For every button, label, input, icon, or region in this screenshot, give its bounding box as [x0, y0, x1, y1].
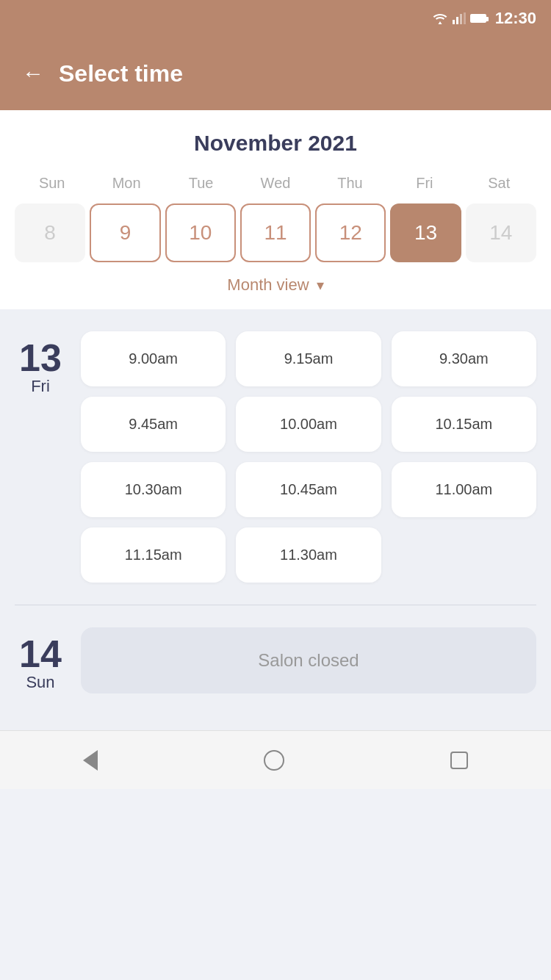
- day-13-number: 13: [19, 339, 62, 377]
- status-time: 12:30: [495, 9, 536, 28]
- weekday-sat: Sat: [462, 172, 536, 195]
- svg-rect-3: [464, 12, 466, 24]
- day-13-block: 13 Fri 9.00am 9.15am 9.30am 9.45am 10.00…: [15, 331, 536, 583]
- chevron-down-icon: ▾: [317, 276, 324, 294]
- cal-day-12[interactable]: 12: [315, 203, 386, 262]
- month-view-label: Month view: [227, 275, 309, 295]
- cal-day-9[interactable]: 9: [90, 203, 160, 262]
- time-slot-1015am[interactable]: 10.15am: [392, 397, 536, 452]
- battery-icon: [470, 14, 486, 23]
- back-triangle-icon: [83, 750, 98, 771]
- time-slot-1030am[interactable]: 10.30am: [81, 462, 226, 517]
- day-14-block: 14 Sun Salon closed: [15, 627, 536, 693]
- time-slot-915am[interactable]: 9.15am: [236, 331, 381, 386]
- time-slot-900am[interactable]: 9.00am: [81, 331, 226, 386]
- svg-rect-1: [456, 17, 458, 24]
- time-slots-section: 13 Fri 9.00am 9.15am 9.30am 9.45am 10.00…: [0, 309, 551, 730]
- salon-closed-panel: Salon closed: [81, 627, 536, 693]
- calendar-days: 8 9 10 11 12 13 14: [15, 203, 536, 262]
- status-bar: 12:30: [0, 0, 551, 37]
- day-14-number: 14: [19, 635, 62, 673]
- weekday-mon: Mon: [89, 172, 163, 195]
- signal-icon: [453, 12, 466, 24]
- day-14-name: Sun: [26, 673, 54, 692]
- nav-back-button[interactable]: [83, 750, 98, 771]
- page-title: Select time: [59, 60, 183, 87]
- cal-day-13[interactable]: 13: [390, 203, 461, 262]
- cal-day-8[interactable]: 8: [15, 203, 85, 262]
- svg-rect-0: [453, 20, 455, 24]
- time-slot-945am[interactable]: 9.45am: [81, 397, 226, 452]
- calendar-weekdays: Sun Mon Tue Wed Thu Fri Sat: [15, 172, 536, 195]
- section-divider: [15, 605, 536, 605]
- day-13-label: 13 Fri: [15, 331, 66, 583]
- time-slot-1115am[interactable]: 11.15am: [81, 527, 226, 583]
- weekday-fri: Fri: [387, 172, 461, 195]
- nav-recent-button[interactable]: [450, 752, 468, 769]
- back-button[interactable]: ←: [22, 62, 44, 84]
- time-slot-1000am[interactable]: 10.00am: [236, 397, 381, 452]
- calendar-month: November 2021: [15, 131, 536, 156]
- app-header: ← Select time: [0, 37, 551, 110]
- day-13-time-grid: 9.00am 9.15am 9.30am 9.45am 10.00am 10.1…: [81, 331, 536, 583]
- time-slot-930am[interactable]: 9.30am: [392, 331, 536, 386]
- bottom-nav: [0, 730, 551, 789]
- home-circle-icon: [264, 750, 284, 771]
- weekday-thu: Thu: [313, 172, 387, 195]
- salon-closed-text: Salon closed: [258, 650, 359, 671]
- wifi-icon: [432, 12, 448, 24]
- day-13-name: Fri: [31, 377, 50, 396]
- month-view-toggle[interactable]: Month view ▾: [15, 275, 536, 295]
- recent-square-icon: [450, 752, 468, 769]
- weekday-sun: Sun: [15, 172, 89, 195]
- calendar-section: November 2021 Sun Mon Tue Wed Thu Fri Sa…: [0, 110, 551, 309]
- time-slot-1100am[interactable]: 11.00am: [392, 462, 536, 517]
- time-slot-1045am[interactable]: 10.45am: [236, 462, 381, 517]
- weekday-wed: Wed: [238, 172, 312, 195]
- cal-day-11[interactable]: 11: [240, 203, 311, 262]
- nav-home-button[interactable]: [264, 750, 284, 771]
- cal-day-10[interactable]: 10: [165, 203, 236, 262]
- cal-day-14[interactable]: 14: [466, 203, 536, 262]
- day-14-label: 14 Sun: [15, 627, 66, 693]
- weekday-tue: Tue: [164, 172, 238, 195]
- time-slot-1130am[interactable]: 11.30am: [236, 527, 381, 583]
- status-icons: 12:30: [432, 9, 536, 28]
- svg-rect-2: [460, 14, 462, 24]
